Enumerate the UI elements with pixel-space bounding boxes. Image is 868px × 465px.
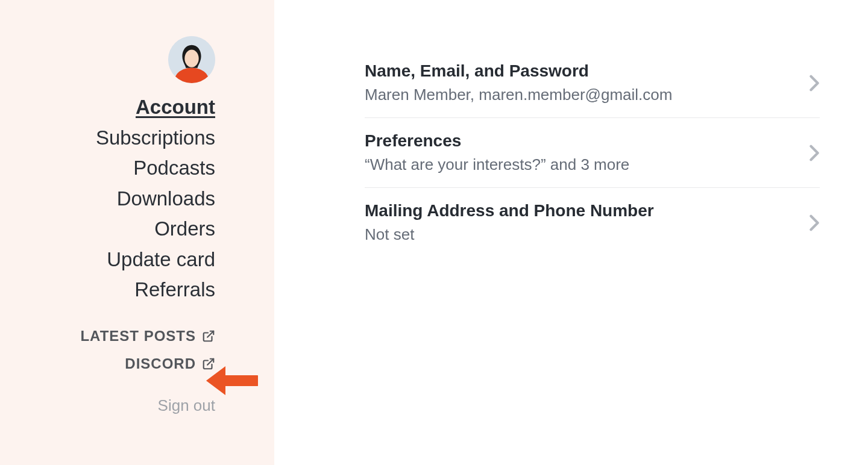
svg-line-3 <box>207 359 213 365</box>
svg-line-2 <box>207 331 213 337</box>
sidebar-item-referrals[interactable]: Referrals <box>134 276 215 304</box>
setting-title: Preferences <box>365 131 629 151</box>
chevron-right-icon <box>809 75 820 92</box>
setting-subtitle: Maren Member, maren.member@gmail.com <box>365 86 672 104</box>
setting-text: Preferences “What are your interests?” a… <box>365 131 629 174</box>
link-label: DISCORD <box>125 355 196 372</box>
sidebar: Account Subscriptions Podcasts Downloads… <box>0 0 274 465</box>
main-content: Name, Email, and Password Maren Member, … <box>274 0 868 465</box>
link-discord[interactable]: DISCORD <box>125 355 215 372</box>
sidebar-item-account[interactable]: Account <box>136 94 215 121</box>
setting-text: Mailing Address and Phone Number Not set <box>365 201 654 244</box>
sidebar-item-orders[interactable]: Orders <box>154 216 215 243</box>
setting-row-name-email-password[interactable]: Name, Email, and Password Maren Member, … <box>365 48 820 118</box>
sidebar-item-update-card[interactable]: Update card <box>107 246 215 273</box>
setting-row-mailing-address-phone[interactable]: Mailing Address and Phone Number Not set <box>365 188 820 257</box>
signout-link[interactable]: Sign out <box>158 396 215 415</box>
svg-point-1 <box>184 49 198 67</box>
setting-row-preferences[interactable]: Preferences “What are your interests?” a… <box>365 118 820 188</box>
external-link-icon <box>202 357 215 370</box>
sidebar-item-downloads[interactable]: Downloads <box>117 186 215 213</box>
sidebar-item-podcasts[interactable]: Podcasts <box>133 155 215 182</box>
sidebar-external-links: LATEST POSTS DISCORD <box>80 328 215 372</box>
setting-subtitle: Not set <box>365 225 654 244</box>
link-latest-posts[interactable]: LATEST POSTS <box>80 328 215 345</box>
setting-subtitle: “What are your interests?” and 3 more <box>365 155 629 174</box>
chevron-right-icon <box>809 214 820 231</box>
link-label: LATEST POSTS <box>80 328 196 345</box>
setting-title: Name, Email, and Password <box>365 61 672 81</box>
chevron-right-icon <box>809 145 820 161</box>
external-link-icon <box>202 329 215 343</box>
avatar[interactable] <box>168 36 215 83</box>
sidebar-nav: Account Subscriptions Podcasts Downloads… <box>96 94 215 304</box>
sidebar-item-subscriptions[interactable]: Subscriptions <box>96 125 215 152</box>
setting-title: Mailing Address and Phone Number <box>365 201 654 220</box>
setting-text: Name, Email, and Password Maren Member, … <box>365 61 672 104</box>
